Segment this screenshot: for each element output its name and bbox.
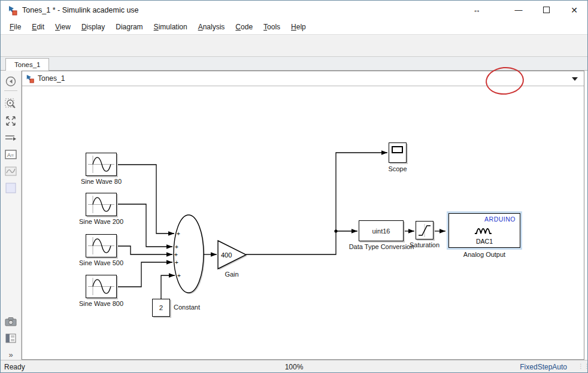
sine-wave-icon bbox=[87, 236, 116, 256]
sine-wave-icon bbox=[87, 195, 116, 214]
status-solver[interactable]: FixedStepAuto bbox=[520, 363, 567, 371]
annotation-tool-button[interactable]: A= bbox=[4, 147, 18, 162]
menu-code[interactable]: Code bbox=[230, 21, 258, 33]
camera-icon bbox=[5, 317, 17, 326]
sine-wave-800-label: Sine Wave 800 bbox=[74, 300, 128, 307]
breadcrumb-dropdown-caret[interactable] bbox=[572, 77, 578, 81]
model-browser-button[interactable] bbox=[4, 331, 18, 345]
minimize-button[interactable]: — bbox=[510, 4, 528, 16]
wire-junction-dot bbox=[334, 229, 337, 232]
menu-help[interactable]: Help bbox=[286, 21, 311, 33]
wire-constant-to-sum[interactable] bbox=[161, 275, 175, 299]
menu-tools[interactable]: Tools bbox=[258, 21, 286, 33]
document-area: Tones_1 bbox=[22, 71, 584, 360]
tab-tones-1[interactable]: Tones_1 bbox=[5, 58, 49, 71]
menu-view[interactable]: View bbox=[50, 21, 76, 33]
model-browser-icon bbox=[5, 333, 16, 343]
close-button[interactable]: ✕ bbox=[565, 4, 583, 16]
dac-wave-icon bbox=[474, 225, 496, 236]
simulink-window: Tones_1 * - Simulink academic use ↔ — ✕ … bbox=[0, 0, 588, 373]
sum-port-plus: + bbox=[175, 244, 178, 250]
model-canvas[interactable]: + + + + + 400 Sine Wave 80 bbox=[22, 87, 584, 359]
analog-output-label: Analog Output bbox=[454, 251, 514, 258]
sine-wave-800-block[interactable] bbox=[86, 275, 117, 298]
scope-screen-icon bbox=[392, 146, 403, 153]
constant-value: 2 bbox=[159, 304, 163, 311]
zoom-magnifier-icon bbox=[5, 98, 17, 110]
sum-port-plus: + bbox=[175, 259, 178, 266]
maximize-button[interactable] bbox=[543, 7, 550, 13]
wire-sine200-to-sum[interactable] bbox=[117, 204, 172, 247]
image-tool-button[interactable] bbox=[4, 164, 18, 178]
menu-simulation[interactable]: Simulation bbox=[148, 21, 193, 33]
menu-diagram[interactable]: Diagram bbox=[110, 21, 148, 33]
arduino-brand-text: ARDUINO bbox=[484, 216, 516, 223]
sum-port-plus: + bbox=[177, 272, 181, 279]
fit-to-view-button[interactable] bbox=[4, 114, 18, 128]
fit-to-view-icon bbox=[5, 116, 16, 126]
resize-grip[interactable]: ⋮⋮ bbox=[578, 365, 585, 372]
data-type-conversion-block[interactable]: uint16 bbox=[359, 220, 404, 241]
menu-edit[interactable]: Edit bbox=[26, 21, 50, 33]
sum-block[interactable] bbox=[174, 215, 204, 293]
annotation-icon: A= bbox=[5, 150, 17, 159]
window-title: Tones_1 * - Simulink academic use bbox=[22, 6, 139, 14]
saturation-label: Saturation bbox=[404, 241, 445, 248]
saturation-block[interactable] bbox=[416, 221, 434, 239]
menu-display[interactable]: Display bbox=[76, 21, 110, 33]
area-box-icon bbox=[5, 183, 16, 193]
saturation-icon bbox=[417, 223, 432, 238]
menu-bar: File Edit View Display Diagram Simulatio… bbox=[1, 20, 587, 34]
status-bar: Ready 100% FixedStepAuto ⋮⋮ bbox=[1, 360, 587, 373]
svg-text:A=: A= bbox=[7, 152, 14, 158]
analog-output-selection-glow: ARDUINO DAC1 bbox=[447, 211, 522, 250]
scope-block[interactable] bbox=[389, 142, 407, 163]
breadcrumb-model-name: Tones_1 bbox=[38, 74, 65, 83]
sum-port-plus: + bbox=[174, 251, 178, 258]
hide-explorer-bar-button[interactable] bbox=[4, 74, 18, 89]
sine-wave-200-block[interactable] bbox=[86, 193, 117, 216]
sine-wave-icon bbox=[87, 154, 116, 174]
dock-control[interactable]: ↔ bbox=[468, 4, 486, 16]
circle-back-icon bbox=[5, 76, 16, 87]
image-icon bbox=[5, 166, 17, 176]
left-palette: A= » bbox=[1, 71, 22, 360]
sine-wave-icon bbox=[87, 277, 116, 296]
screenshot-button[interactable] bbox=[4, 314, 18, 329]
constant-block[interactable]: 2 bbox=[152, 299, 170, 317]
analog-output-block[interactable]: ARDUINO DAC1 bbox=[448, 213, 520, 248]
gain-value: 400 bbox=[221, 251, 232, 259]
zoom-tool-button[interactable] bbox=[4, 97, 18, 111]
sine-wave-500-label: Sine Wave 500 bbox=[74, 259, 128, 266]
title-bar: Tones_1 * - Simulink academic use ↔ — ✕ bbox=[1, 1, 587, 20]
simulink-app-icon bbox=[8, 5, 18, 16]
gain-label: Gain bbox=[217, 271, 247, 278]
sine-wave-80-label: Sine Wave 80 bbox=[74, 178, 128, 185]
wire-sine500-to-sum[interactable] bbox=[117, 246, 172, 254]
menu-analysis[interactable]: Analysis bbox=[193, 21, 231, 33]
constant-label: Constant bbox=[174, 304, 200, 311]
signal-lines-icon bbox=[5, 134, 17, 142]
status-zoom-level: 100% bbox=[1, 363, 587, 371]
sine-wave-500-block[interactable] bbox=[86, 234, 117, 257]
model-icon bbox=[26, 74, 35, 83]
dtc-value: uint16 bbox=[372, 228, 390, 235]
toolbar: Normal bbox=[1, 34, 587, 57]
signal-routing-button[interactable] bbox=[4, 131, 18, 145]
sum-port-plus: + bbox=[177, 231, 180, 237]
scope-label: Scope bbox=[380, 165, 416, 172]
sine-wave-80-block[interactable] bbox=[86, 153, 117, 176]
menu-file[interactable]: File bbox=[4, 21, 26, 33]
sine-wave-200-label: Sine Wave 200 bbox=[74, 218, 128, 225]
dac-pin-text: DAC1 bbox=[449, 238, 520, 245]
area-box-tool-button[interactable] bbox=[4, 181, 18, 195]
